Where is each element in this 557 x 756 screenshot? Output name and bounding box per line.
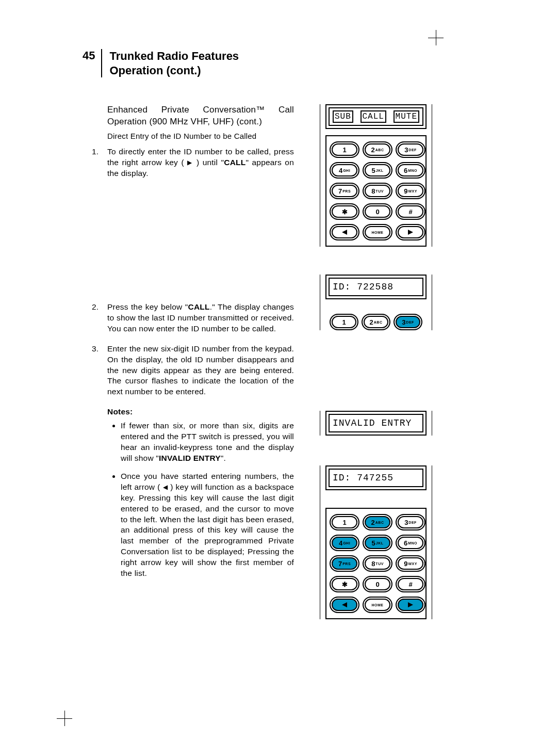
key-home[interactable]: HOME [363,224,392,240]
key-2[interactable]: 2ABC [362,314,390,330]
display-tag-call: CALL [361,110,386,123]
key-7[interactable]: 7PRS [330,183,359,199]
figure-3: INVALID ENTRY [320,411,432,436]
notes-heading: Notes: [107,407,294,417]
key-2-highlighted[interactable]: 2ABC [363,514,392,530]
key-right-arrow-highlighted[interactable] [396,597,425,613]
display-tag-mute: MUTE [394,110,419,123]
note-1: If fewer than six, or more than six, dig… [121,421,294,464]
key-0[interactable]: 0 [363,576,392,592]
crop-mark-bottom-left [57,711,72,726]
display-tag-sub: SUB [333,110,353,123]
key-9[interactable]: 9WXY [396,555,425,572]
key-0[interactable]: 0 [363,203,392,220]
page-number: 45 [83,49,102,77]
key-1[interactable]: 1 [330,141,359,158]
key-hash[interactable]: # [396,576,425,592]
radio-display-id2: ID: 747255 [325,465,427,490]
note-2: Once you have started entering numbers, … [121,471,294,579]
radio-display-invalid: INVALID ENTRY [325,411,427,436]
figure-1: SUB CALL MUTE 1 2ABC 3DEF 4GHI 5JKL 6MNO… [320,104,432,247]
key-3-highlighted[interactable]: 3DEF [394,314,422,330]
key-5[interactable]: 5JKL [363,162,392,179]
figure-2: ID: 722588 1 2ABC 3DEF [320,275,432,330]
key-6[interactable]: 6MNO [396,162,425,179]
key-star[interactable]: ✱ [330,203,359,220]
key-home[interactable]: HOME [363,597,392,613]
left-arrow-icon: ◀ [163,484,168,491]
key-9[interactable]: 9WXY [396,183,425,199]
key-left-arrow-highlighted[interactable] [330,597,359,613]
subheading-2: Direct Entry of the ID Number to be Call… [107,131,294,141]
svg-marker-1 [408,230,413,235]
svg-marker-0 [342,230,347,235]
keypad-highlighted: 1 2ABC 3DEF 4GHI 5JKL 6MNO 7PRS 8TUV 9WX… [325,508,427,619]
step-2: Press the key below "CALL." The display … [107,302,294,334]
key-1[interactable]: 1 [330,314,358,330]
step-1: To directly enter the ID number to be ca… [107,147,294,179]
key-8[interactable]: 8TUV [363,183,392,199]
radio-display: SUB CALL MUTE [325,104,427,129]
page-header: 45 Trunked Radio Features Operation (con… [83,49,459,77]
page-title: Trunked Radio Features Operation (cont.) [102,49,285,77]
key-6[interactable]: 6MNO [396,535,425,551]
key-right-arrow[interactable] [396,224,425,240]
key-8[interactable]: 8TUV [363,555,392,572]
key-left-arrow[interactable] [330,224,359,240]
step-3: Enter the new six-digit ID number from t… [107,344,294,398]
key-2[interactable]: 2ABC [363,141,392,158]
key-hash[interactable]: # [396,203,425,220]
key-1[interactable]: 1 [330,514,359,530]
crop-mark-top-right [428,30,444,45]
svg-marker-2 [342,602,347,607]
figure-4: ID: 747255 1 2ABC 3DEF 4GHI 5JKL 6MNO 7P… [320,465,432,619]
key-4-highlighted[interactable]: 4GHI [330,535,359,551]
key-4[interactable]: 4GHI [330,162,359,179]
key-5-highlighted[interactable]: 5JKL [363,535,392,551]
text-column: Enhanced Private Conversation™ Call Oper… [83,104,294,586]
key-7-highlighted[interactable]: 7PRS [330,555,359,572]
key-3[interactable]: 3DEF [396,514,425,530]
radio-display-id: ID: 722588 [325,275,427,299]
key-3[interactable]: 3DEF [396,141,425,158]
right-arrow-icon: ▶ [187,159,193,166]
svg-marker-3 [408,602,413,607]
subheading-1: Enhanced Private Conversation™ Call Oper… [107,104,294,128]
keypad: 1 2ABC 3DEF 4GHI 5JKL 6MNO 7PRS 8TUV 9WX… [325,135,427,247]
key-star[interactable]: ✱ [330,576,359,592]
